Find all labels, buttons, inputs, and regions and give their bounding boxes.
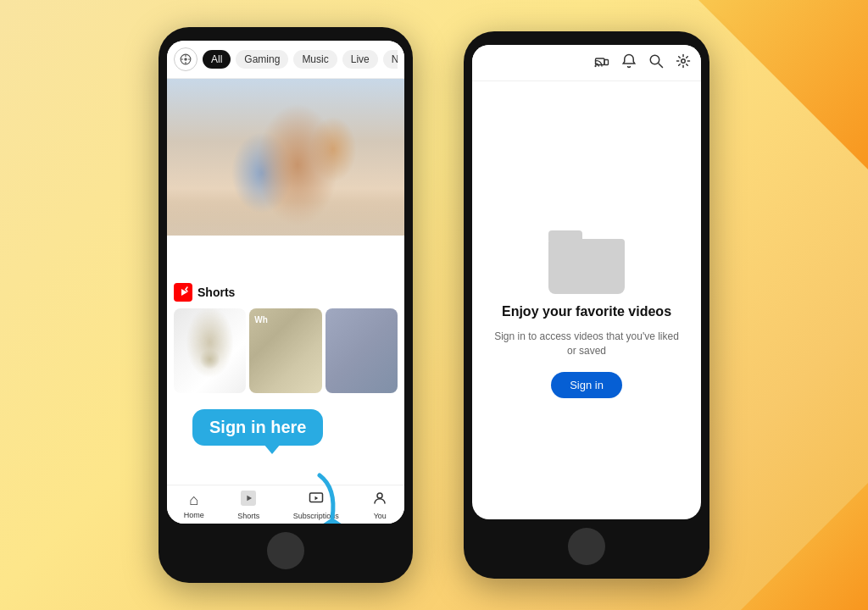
left-top-bar: All Gaming Music Live News bbox=[167, 41, 404, 79]
nav-subscriptions[interactable]: Subscriptions bbox=[293, 491, 339, 520]
left-phone: All Gaming Music Live News Sign in here bbox=[159, 27, 413, 583]
shorts-nav-icon bbox=[241, 491, 256, 510]
right-phone-screen: Enjoy your favorite videos Sign in to ac… bbox=[472, 45, 701, 519]
folder-icon bbox=[548, 230, 625, 294]
right-top-bar bbox=[472, 45, 701, 81]
left-home-button[interactable] bbox=[267, 532, 304, 569]
tab-news[interactable]: News bbox=[383, 50, 398, 69]
subscriptions-icon bbox=[309, 491, 324, 510]
nav-shorts-label: Shorts bbox=[237, 512, 259, 520]
shorts-header: Shorts bbox=[174, 283, 398, 302]
shorts-section: Shorts bbox=[167, 276, 404, 396]
tab-live[interactable]: Live bbox=[342, 50, 378, 69]
shorts-thumbnail-1[interactable] bbox=[174, 308, 246, 393]
empty-state: Enjoy your favorite videos Sign in to ac… bbox=[472, 81, 701, 513]
shorts-grid bbox=[174, 308, 398, 393]
left-phone-screen: All Gaming Music Live News Sign in here bbox=[167, 41, 404, 524]
notification-icon[interactable] bbox=[621, 53, 637, 72]
cast-icon[interactable] bbox=[594, 53, 609, 72]
search-icon[interactable] bbox=[648, 53, 664, 72]
shorts-label: Shorts bbox=[198, 286, 235, 299]
nav-shorts[interactable]: Shorts bbox=[237, 491, 259, 520]
you-icon bbox=[372, 491, 387, 510]
shorts-thumbnail-3[interactable] bbox=[326, 308, 398, 393]
hero-image bbox=[167, 79, 404, 236]
right-home-button[interactable] bbox=[568, 528, 605, 565]
nav-home-label: Home bbox=[184, 511, 204, 519]
shorts-logo-icon bbox=[174, 283, 192, 302]
empty-state-title: Enjoy your favorite videos bbox=[502, 304, 671, 319]
right-phone: Enjoy your favorite videos Sign in to ac… bbox=[464, 31, 709, 579]
svg-point-10 bbox=[377, 493, 382, 498]
svg-rect-13 bbox=[604, 60, 609, 65]
explore-icon[interactable] bbox=[174, 47, 198, 71]
svg-point-1 bbox=[184, 58, 187, 61]
settings-icon[interactable] bbox=[676, 53, 691, 72]
empty-state-subtitle: Sign in to access videos that you've lik… bbox=[489, 330, 684, 358]
svg-point-14 bbox=[650, 55, 659, 64]
bottom-nav: ⌂ Home Shorts Su bbox=[167, 485, 404, 524]
nav-subscriptions-label: Subscriptions bbox=[293, 512, 339, 520]
nav-you-label: You bbox=[374, 512, 387, 520]
tab-gaming[interactable]: Gaming bbox=[236, 50, 288, 69]
svg-line-15 bbox=[659, 64, 663, 68]
home-icon: ⌂ bbox=[189, 491, 198, 509]
nav-you[interactable]: You bbox=[372, 491, 387, 520]
tab-music[interactable]: Music bbox=[293, 50, 337, 69]
category-tabs: All Gaming Music Live News bbox=[203, 50, 398, 69]
folder-body bbox=[548, 239, 625, 294]
sign-in-button[interactable]: Sign in bbox=[551, 372, 622, 398]
svg-point-16 bbox=[682, 59, 686, 64]
shorts-thumbnail-2[interactable] bbox=[249, 308, 321, 393]
svg-point-12 bbox=[594, 65, 596, 67]
sign-in-bubble[interactable]: Sign in here bbox=[192, 409, 323, 446]
tab-all[interactable]: All bbox=[203, 50, 231, 69]
nav-home[interactable]: ⌂ Home bbox=[184, 491, 204, 519]
